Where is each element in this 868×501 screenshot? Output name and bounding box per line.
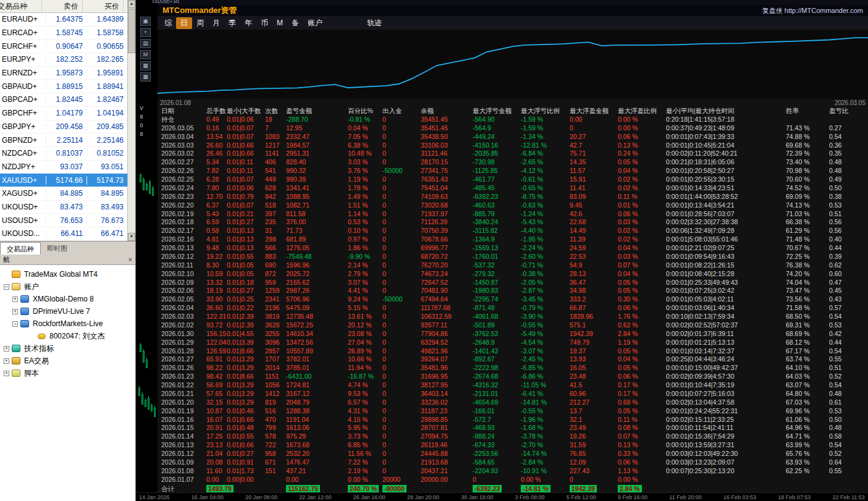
expand-icon[interactable]: + <box>12 309 18 314</box>
expand-icon[interactable]: + <box>4 358 9 364</box>
table-row[interactable]: 2026.01.1417.250.01|0.55578975.293.73 %0… <box>158 432 868 441</box>
nav-item[interactable]: +DPrimeVU-Live 7 <box>0 305 135 318</box>
nav-item[interactable]: +技术指标 <box>0 342 135 355</box>
nav-item[interactable]: −账户 <box>0 280 135 293</box>
table-row[interactable]: 2026.02.0618.190.01|0.2712592987.264.41 … <box>158 287 868 295</box>
table-row[interactable]: 2026.02.1010.590.01|0.058722025.722.79 %… <box>158 270 868 279</box>
cursor-icon[interactable]: ▤ <box>140 39 151 48</box>
market-watch-row[interactable]: UKOUSD...66.41166.471 <box>0 227 128 241</box>
table-row[interactable]: 2026.02.2312.700.01|0.798421088.951.49 %… <box>158 193 868 201</box>
collapse-icon[interactable]: − <box>12 321 18 327</box>
market-watch-row[interactable]: XAGUSD+84.88584.895 <box>0 187 128 201</box>
market-watch-row[interactable]: EURAUD+1.643751.64389 <box>0 13 128 27</box>
market-watch-row[interactable]: EURCAD+1.587451.58758 <box>0 27 128 40</box>
table-row[interactable]: 2026.01.2032.150.01|3.298192048.796.57 %… <box>158 398 868 407</box>
table-row[interactable]: 2026.02.275.340.01|0.11406828.403.03 %02… <box>158 158 868 167</box>
col-pct[interactable]: 百分比% <box>348 107 382 116</box>
panel-credit-link[interactable]: 复盘侠 http://MTCommander.com <box>762 6 863 15</box>
col-balance[interactable]: 余额 <box>421 107 473 116</box>
table-row[interactable]: 2026.03.0413.540.01|0.0710832332.477.05 … <box>158 133 868 141</box>
table-row[interactable]: 2026.01.070.000.00|0.000.000.00 %2000020… <box>158 476 868 484</box>
col-date[interactable]: 日期 <box>161 107 206 116</box>
market-watch-row[interactable]: EURNZD+1.958731.95891 <box>0 67 128 80</box>
nav-item[interactable]: +XMGlobal-Demo 8 <box>0 293 135 305</box>
col-lots[interactable]: 总手数 <box>206 107 227 116</box>
table-row[interactable]: 2026.01.29122.040.01|3.39309613472.5627.… <box>158 339 868 347</box>
col-count[interactable]: 次数 <box>265 107 286 116</box>
expand-icon[interactable]: + <box>12 297 18 302</box>
toolbar-item[interactable]: 币 <box>256 17 272 29</box>
table-row[interactable]: 2026.02.118.300.01|0.056901596.962.14 %0… <box>158 261 868 270</box>
market-watch-row[interactable]: GBPCHF+1.041791.04194 <box>0 107 128 120</box>
table-row[interactable]: 2026.01.2398.420.01|8.661151-6431.00-16.… <box>158 373 868 381</box>
template-icon[interactable]: ▩ <box>140 72 151 82</box>
crosshair-icon[interactable]: + <box>140 28 151 37</box>
scroll-up-icon[interactable]: ▲ <box>128 0 135 8</box>
table-row[interactable]: 2026.02.0293.720.01|2.39362815672.2520.1… <box>158 321 868 330</box>
nav-item[interactable]: +EA交易 <box>0 355 135 367</box>
grid-icon[interactable]: ▦ <box>140 61 151 70</box>
close-icon[interactable]: × <box>129 256 132 263</box>
table-row[interactable]: 2026.02.0913.320.01|0.189592165.623.07 %… <box>158 279 868 287</box>
chart-window-icon[interactable]: ▣ <box>140 17 151 26</box>
market-watch-row[interactable]: GBPCAD+1.824451.82467 <box>0 93 128 107</box>
toolbar-item[interactable]: M <box>272 18 287 28</box>
tab-symbols[interactable]: 交易品种 <box>0 242 41 255</box>
col-max-float-profit-pct[interactable]: 最大浮盈比例 <box>618 107 666 116</box>
scrollbar-thumb[interactable] <box>128 9 135 53</box>
period-m-icon[interactable]: M <box>140 50 151 59</box>
table-row[interactable]: 2026.01.1323.130.01|0.667221673.686.85 %… <box>158 441 868 450</box>
table-row[interactable]: 2026.02.0533.900.01|0.2523415706.969.24 … <box>158 295 868 304</box>
table-row[interactable]: 2026.02.195.430.01|0.21397811.581.14 %07… <box>158 210 868 219</box>
tab-tick-chart[interactable]: 即时图 <box>41 242 74 255</box>
symbol-column-header[interactable]: 交易品种 <box>0 0 42 12</box>
scroll-down-icon[interactable]: ▼ <box>128 233 135 241</box>
table-row[interactable]: 2026.01.28126.590.01|8.66285710557.8926.… <box>158 347 868 356</box>
table-row[interactable]: 2026.01.2256.690.01|3.2910561724.814.74 … <box>158 381 868 390</box>
toolbar-item[interactable]: 日 <box>176 17 192 29</box>
table-row[interactable]: 2026.01.2765.910.01|3.2917073782.0110.66… <box>158 355 868 364</box>
table-row[interactable]: 2026.01.1221.040.01|0.279582532.2011.56 … <box>158 450 868 458</box>
table-row[interactable]: 2026.02.267.820.01|0.11541990.323.76 %-5… <box>158 167 868 175</box>
toolbar-item[interactable]: 季 <box>224 17 240 29</box>
table-row[interactable]: 2026.01.1616.070.01|0.664701191.044.15 %… <box>158 416 868 424</box>
table-row[interactable]: 2026.02.1219.220.01|0.55883-7549.48-9.90… <box>158 253 868 261</box>
nav-item[interactable]: 8002047: 刘文杰 <box>0 330 135 342</box>
col-pl-ratio[interactable]: 盈亏比 <box>829 107 862 116</box>
table-row[interactable]: 2026.01.2698.220.01|3.2920143785.0111.94… <box>158 364 868 373</box>
table-row[interactable]: 2026.01.30156.150.01|4.55325514610.3423.… <box>158 330 868 339</box>
col-max-float-loss[interactable]: 最大浮亏金额 <box>473 107 521 116</box>
market-watch-row[interactable]: EURJPY+182.252182.265 <box>0 53 128 67</box>
table-row[interactable]: 2026.01.2157.650.01|3.2914123167.129.53 … <box>158 390 868 398</box>
table-row[interactable]: 2026.01.0920.080.01|0.916711476.477.22 %… <box>158 458 868 467</box>
toolbar-item[interactable]: 备 <box>287 17 303 29</box>
table-row[interactable]: 2026.01.1520.910.01|0.487991613.065.95 %… <box>158 424 868 432</box>
table-row[interactable]: 持仓0.490.01|0.0618-288.70-0.81 %035451.45… <box>158 116 868 124</box>
market-watch-row[interactable]: USOUSD+76.65376.673 <box>0 214 128 227</box>
toolbar-item[interactable]: 年 <box>240 17 256 29</box>
market-watch-row[interactable]: GBPJPY+209.458209.485 <box>0 120 128 134</box>
table-row[interactable]: 2026.02.0436.600.01|0.2221965475.095.15 … <box>158 304 868 313</box>
nav-item[interactable]: TradeMax Global MT4 <box>0 268 135 280</box>
table-row[interactable]: 2026.01.1910.870.01|0.465161288.384.31 %… <box>158 407 868 416</box>
market-watch-row[interactable]: NZDJPY+93.03793.051 <box>0 161 128 174</box>
toolbar-item[interactable]: 月 <box>208 17 224 29</box>
table-row[interactable]: 2026.02.247.800.01|0.066281341.411.78 %0… <box>158 184 868 193</box>
col-win-rate[interactable]: 胜率 <box>786 107 829 116</box>
col-max-float-profit[interactable]: 最大浮盈金额 <box>570 107 618 116</box>
col-minmax[interactable]: 最小|大手数 <box>227 107 265 116</box>
collapse-icon[interactable]: − <box>4 284 9 290</box>
market-watch-row[interactable]: GBPAUD+1.889151.88941 <box>0 80 128 93</box>
table-row[interactable]: 2026.03.0326.600.01|0.6612171984.576.38 … <box>158 141 868 150</box>
table-row[interactable]: 2026.02.170.580.01|0.133171.730.10 %0707… <box>158 227 868 235</box>
toolbar-item[interactable]: 轨迹 <box>363 17 386 29</box>
table-row[interactable]: 2026.02.139.480.01|0.135661276.051.86 %0… <box>158 244 868 253</box>
table-row[interactable]: 2026.03.0226.460.01|0.6611412951.3110.48… <box>158 149 868 158</box>
table-row[interactable]: 2026.02.206.370.01|0.075181082.711.51 %0… <box>158 201 868 210</box>
expand-icon[interactable]: + <box>4 346 9 352</box>
nav-item[interactable]: −RockfortMarkets-Live <box>0 318 135 330</box>
expand-icon[interactable]: + <box>4 371 9 376</box>
toolbar-item[interactable]: 账户 <box>303 17 327 29</box>
toolbar-item[interactable]: 周 <box>192 17 208 29</box>
table-row[interactable]: 2026.03.050.160.01|0.07712.950.04 %03545… <box>158 124 868 133</box>
